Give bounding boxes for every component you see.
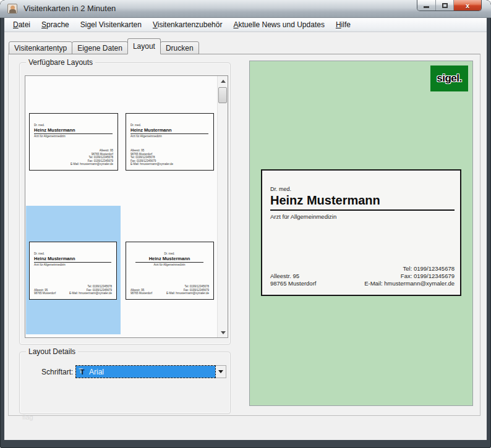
minimize-button[interactable] <box>417 0 435 11</box>
menubar: Datei Sprache Sigel Visitenkarten Visite… <box>4 18 487 32</box>
caption-buttons: x <box>417 0 482 11</box>
thumb-profession: Arzt für Allgemeinmedizin <box>34 135 113 138</box>
sigel-logo: sigel. <box>430 66 468 91</box>
font-combobox-dropdown-button[interactable] <box>215 366 226 378</box>
font-label: Schriftart: <box>41 368 73 376</box>
scroll-down-button[interactable] <box>218 328 228 337</box>
layout-details-groupbox: Layout Details Schriftart: TT Arial <box>19 352 231 414</box>
titlebar[interactable]: Visitenkarten in 2 Minuten x <box>0 0 491 18</box>
menu-hilfe[interactable]: Hilfe <box>330 19 356 31</box>
watermark-text: flag <box>22 413 33 421</box>
client-area: Datei Sprache Sigel Visitenkarten Visite… <box>4 18 487 440</box>
tab-layout[interactable]: Layout <box>127 38 161 54</box>
thumb-profession: Arzt für Allgemeinmedizin <box>34 263 111 267</box>
font-combobox[interactable]: TT Arial <box>75 365 226 378</box>
arrow-down-icon <box>221 331 226 334</box>
app-window: Visitenkarten in 2 Minuten x Datei Sprac… <box>0 0 491 448</box>
available-layouts-groupbox: Verfügbare Layouts Dr. med. Heinz Muster… <box>19 62 231 345</box>
layout-details-title: Layout Details <box>26 347 78 356</box>
layout-option-3-selected[interactable]: Dr. med. Heinz Mustermann Arzt für Allge… <box>29 242 117 300</box>
menu-sigel-visitenkarten[interactable]: Sigel Visitenkarten <box>75 19 147 31</box>
menu-sprache[interactable]: Sprache <box>36 19 75 31</box>
layout-list[interactable]: Dr. med. Heinz Mustermann Arzt für Allge… <box>25 75 228 338</box>
truetype-font-icon: TT <box>79 368 87 376</box>
business-card-preview: Dr. med. Heinz Mustermann Arzt für Allge… <box>261 169 461 296</box>
font-name: Arial <box>89 368 104 376</box>
preview-name: Heinz Mustermann <box>270 193 455 211</box>
app-icon <box>7 4 17 14</box>
close-button[interactable]: x <box>453 0 481 11</box>
layout-list-scrollbar[interactable] <box>217 76 228 337</box>
tab-visitenkartentyp[interactable]: Visitenkartentyp <box>9 41 72 54</box>
sigel-logo-text: sigel. <box>437 72 461 85</box>
layout-tab-page: Verfügbare Layouts Dr. med. Heinz Muster… <box>8 54 480 416</box>
preview-address-block: Alleestr. 95 98765 Musterdorf <box>270 273 316 287</box>
thumb-contact-block: Tel: 0199/12345678 Fax: 0199/12345679 E-… <box>69 285 112 295</box>
tab-drucken[interactable]: Drucken <box>160 41 199 54</box>
tab-strip: Visitenkartentyp Eigene Daten Layout Dru… <box>9 38 199 54</box>
available-layouts-title: Verfügbare Layouts <box>26 58 95 67</box>
card-preview-panel: sigel. Dr. med. Heinz Mustermann Arzt fü… <box>249 61 473 406</box>
layout-option-1[interactable]: Dr. med. Heinz Mustermann Arzt für Allge… <box>29 113 118 171</box>
preview-profession: Arzt für Allgemeinmedizin <box>270 213 455 221</box>
menu-visitenkartenzubehoer[interactable]: Visitenkartenzubehör <box>147 19 228 31</box>
scrollbar-thumb[interactable] <box>218 87 227 103</box>
maximize-icon <box>442 3 448 8</box>
tab-eigene-daten[interactable]: Eigene Daten <box>72 41 128 54</box>
thumb-profession: Arzt für Allgemeinmedizin <box>130 135 208 138</box>
thumb-address-block: Alleestr. 95 98765 Musterdorf <box>130 289 152 295</box>
menu-datei[interactable]: Datei <box>7 19 36 31</box>
scroll-up-button[interactable] <box>218 76 228 86</box>
menu-news-updates[interactable]: Aktuelle News und Updates <box>228 19 330 31</box>
font-combobox-value[interactable]: TT Arial <box>76 366 215 378</box>
layout-option-4[interactable]: Dr. med. Heinz Mustermann Arzt für Allge… <box>126 242 214 300</box>
layout-option-2[interactable]: Dr. med. Heinz Mustermann Arzt für Allge… <box>126 113 214 171</box>
thumb-contact-block: Alleestr. 95 98765 Musterdorf Tel: 0199/… <box>130 149 173 166</box>
maximize-button[interactable] <box>435 0 453 11</box>
thumb-name: Heinz Mustermann <box>34 256 111 263</box>
thumb-name: Heinz Mustermann <box>130 127 208 134</box>
minimize-icon <box>424 6 429 8</box>
thumb-profession: Arzt für Allgemeinmedizin <box>130 263 208 267</box>
thumb-contact-block: Alleestr. 95 98765 Musterdorf Tel: 0199/… <box>70 149 113 166</box>
thumb-name: Heinz Mustermann <box>34 127 113 134</box>
preview-title-prefix: Dr. med. <box>270 185 455 193</box>
arrow-up-icon <box>221 80 226 83</box>
preview-contact-block: Tel: 0199/12345678 Fax: 0199/12345679 E-… <box>364 265 455 287</box>
window-title: Visitenkarten in 2 Minuten <box>23 4 116 13</box>
chevron-down-icon <box>218 370 223 373</box>
thumb-address-block: Alleestr. 95 98765 Musterdorf <box>34 289 56 295</box>
thumb-name: Heinz Mustermann <box>135 256 204 263</box>
thumb-contact-block: Tel: 0199/12345678 Fax: 0199/12345679 E-… <box>166 285 209 295</box>
